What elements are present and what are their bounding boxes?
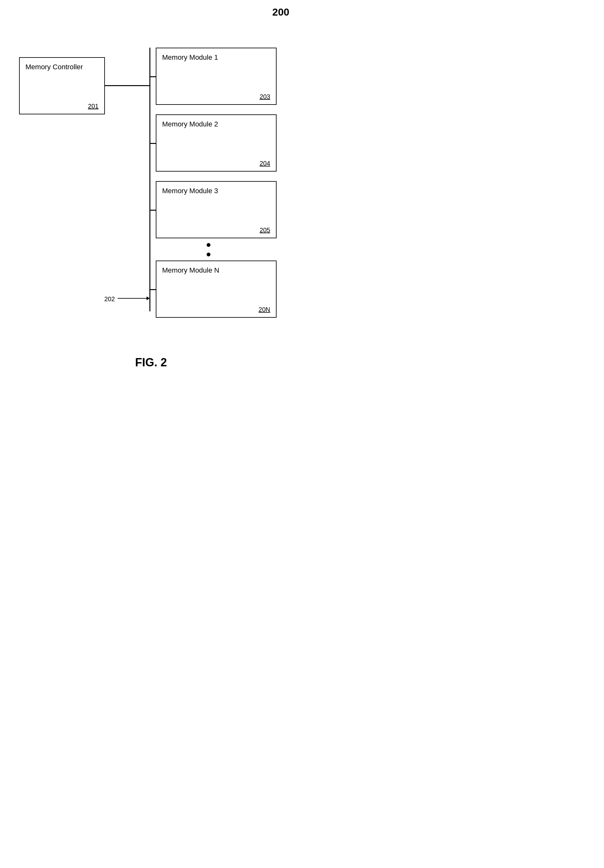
modulen-title: Memory Module N: [162, 266, 270, 274]
diagram-area: Memory Controller 201 Memory Module 1 20…: [19, 32, 292, 343]
module3-title: Memory Module 3: [162, 187, 270, 195]
controller-to-bus-connector: [105, 85, 151, 86]
module2-ref: 204: [260, 160, 270, 167]
bus-line: [149, 48, 151, 312]
modulen-ref: 20N: [258, 306, 270, 313]
figure-label: FIG. 2: [6, 356, 296, 369]
controller-title: Memory Controller: [25, 63, 99, 71]
module1-ref: 203: [260, 93, 270, 101]
module1-title: Memory Module 1: [162, 53, 270, 62]
figure-id: 200: [272, 6, 289, 18]
memory-module-2-box: Memory Module 2 204: [156, 115, 276, 172]
dot-2: [207, 253, 210, 256]
diagram-container: 200 Memory Controller 201 Memory Module …: [0, 0, 302, 382]
memory-module-n-box: Memory Module N 20N: [156, 260, 276, 318]
bus-arrow: [118, 298, 149, 299]
dot-1: [207, 243, 210, 247]
bus-ref-label: 202: [104, 296, 115, 303]
memory-controller-box: Memory Controller 201: [19, 57, 105, 115]
controller-ref: 201: [88, 102, 99, 110]
module2-title: Memory Module 2: [162, 120, 270, 129]
memory-module-3-box: Memory Module 3 205: [156, 181, 276, 238]
memory-module-1-box: Memory Module 1 203: [156, 48, 276, 105]
module3-ref: 205: [260, 226, 270, 234]
